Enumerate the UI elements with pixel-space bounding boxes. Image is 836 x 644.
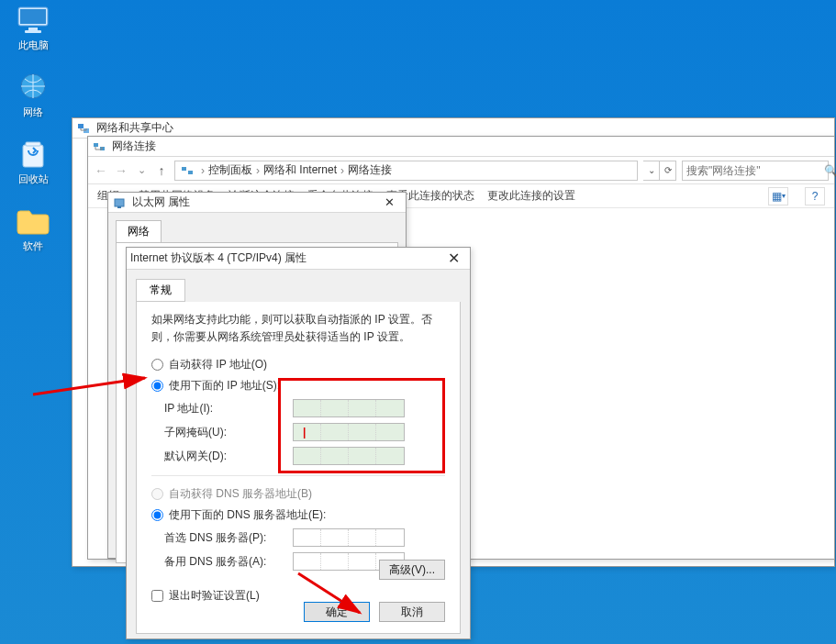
window-title: 网络连接 <box>112 139 156 154</box>
radio-auto-dns[interactable]: 自动获得 DNS 服务器地址(B) <box>151 483 445 505</box>
svg-rect-6 <box>26 142 40 146</box>
tab-general[interactable]: 常规 <box>136 279 185 302</box>
desktop-icon-network[interactable]: 网络 <box>0 71 66 119</box>
desktop: 此电脑 网络 回收站 软件 <box>0 0 73 272</box>
nav-up-icon[interactable]: ↑ <box>154 163 169 178</box>
window-title: 以太网 属性 <box>132 194 190 210</box>
breadcrumb-dropdown-icon[interactable]: ⌄ <box>643 161 660 181</box>
input-preferred-dns[interactable] <box>293 528 405 547</box>
separator: › <box>337 164 348 177</box>
input-ip-address[interactable] <box>293 399 405 417</box>
titlebar[interactable]: Internet 协议版本 4 (TCP/IPv4) 属性 ✕ <box>127 248 470 270</box>
desktop-icon-label: 此电脑 <box>18 39 49 52</box>
svg-rect-13 <box>115 199 124 206</box>
nsc-icon <box>76 121 91 136</box>
folder-icon <box>15 205 51 238</box>
description-text: 如果网络支持此功能，则可以获取自动指派的 IP 设置。否则，你需要从网络系统管理… <box>151 311 445 345</box>
tab-strip: 网络 <box>108 213 406 242</box>
breadcrumb[interactable]: › 控制面板 › 网络和 Internet › 网络连接 <box>174 161 638 181</box>
radio-use-ip-input[interactable] <box>151 380 163 392</box>
cmd-change-settings[interactable]: 更改此连接的设置 <box>487 188 575 204</box>
svg-rect-7 <box>78 124 84 128</box>
svg-rect-11 <box>182 167 186 171</box>
search-box[interactable]: 🔍 <box>682 161 829 181</box>
ethernet-icon <box>112 195 127 210</box>
desktop-icon-recycle-bin[interactable]: 回收站 <box>0 138 66 186</box>
input-subnet-mask[interactable] <box>293 423 405 441</box>
close-icon[interactable]: ✕ <box>376 195 402 209</box>
breadcrumb-item[interactable]: 网络和 Internet <box>263 162 337 178</box>
nav-row: ← → ⌄ ↑ › 控制面板 › 网络和 Internet › 网络连接 ⌄ ⟳… <box>88 157 834 184</box>
radio-auto-ip[interactable]: 自动获得 IP 地址(O) <box>151 354 445 375</box>
desktop-icon-label: 网络 <box>23 105 43 119</box>
radio-auto-ip-input[interactable] <box>151 359 163 371</box>
radio-auto-dns-input <box>151 488 163 500</box>
label-gw: 默认网关(D): <box>164 449 293 464</box>
help-icon[interactable]: ? <box>805 187 825 205</box>
advanced-button[interactable]: 高级(V)... <box>379 560 445 580</box>
window-title: 网络和共享中心 <box>96 120 173 136</box>
label-mask: 子网掩码(U): <box>164 425 293 440</box>
desktop-icon-label: 软件 <box>23 239 43 253</box>
breadcrumb-icon <box>181 164 194 177</box>
desktop-icon-label: 回收站 <box>18 172 49 186</box>
refresh-icon[interactable]: ⟳ <box>660 161 676 181</box>
breadcrumb-buttons: ⌄ ⟳ <box>643 161 676 181</box>
radio-use-ip[interactable]: 使用下面的 IP 地址(S): <box>151 375 445 396</box>
input-default-gateway[interactable] <box>293 447 405 465</box>
recycle-bin-icon <box>15 138 51 171</box>
svg-rect-3 <box>25 30 41 33</box>
breadcrumb-item[interactable]: 网络连接 <box>348 162 392 178</box>
window-title: Internet 协议版本 4 (TCP/IPv4) 属性 <box>130 250 307 266</box>
svg-rect-1 <box>20 9 46 24</box>
cancel-button[interactable]: 取消 <box>379 602 445 622</box>
label-dns1: 首选 DNS 服务器(P): <box>164 530 293 546</box>
desktop-icon-this-pc[interactable]: 此电脑 <box>0 4 66 52</box>
svg-rect-12 <box>188 171 193 174</box>
titlebar[interactable]: 以太网 属性 ✕ <box>108 193 406 213</box>
ip-group: 自动获得 IP 地址(O) 使用下面的 IP 地址(S): IP 地址(I): … <box>151 354 445 476</box>
search-input[interactable] <box>686 164 824 177</box>
network-icon <box>15 71 51 104</box>
svg-rect-9 <box>94 143 98 147</box>
separator: › <box>252 164 263 177</box>
svg-rect-2 <box>28 28 38 30</box>
ok-button[interactable]: 确定 <box>304 602 370 622</box>
field-default-gateway: 默认网关(D): <box>151 444 445 468</box>
svg-rect-14 <box>117 206 121 208</box>
field-preferred-dns: 首选 DNS 服务器(P): <box>151 526 445 550</box>
desktop-icon-software[interactable]: 软件 <box>0 205 66 253</box>
view-options-icon[interactable]: ▦▾ <box>768 187 788 205</box>
tab-body: 如果网络支持此功能，则可以获取自动指派的 IP 设置。否则，你需要从网络系统管理… <box>136 302 461 634</box>
field-ip-address: IP 地址(I): <box>151 396 445 420</box>
radio-use-dns-input[interactable] <box>151 509 163 521</box>
search-icon[interactable]: 🔍 <box>824 164 836 177</box>
tab-strip: 常规 <box>127 270 470 302</box>
network-connections-icon <box>92 139 106 154</box>
separator: › <box>197 164 208 177</box>
radio-use-dns[interactable]: 使用下面的 DNS 服务器地址(E): <box>151 505 445 526</box>
field-subnet-mask: 子网掩码(U): <box>151 420 445 444</box>
nav-history-icon[interactable]: ⌄ <box>134 164 149 176</box>
checkbox-validate-input[interactable] <box>151 590 163 602</box>
label-ip: IP 地址(I): <box>164 401 293 416</box>
tab-network[interactable]: 网络 <box>116 220 162 242</box>
computer-icon <box>15 4 51 37</box>
close-icon[interactable]: ✕ <box>440 250 466 267</box>
breadcrumb-item[interactable]: 控制面板 <box>208 162 252 178</box>
titlebar[interactable]: 网络连接 <box>88 137 834 157</box>
window-ipv4-properties: Internet 协议版本 4 (TCP/IPv4) 属性 ✕ 常规 如果网络支… <box>126 247 471 639</box>
nav-back-icon[interactable]: ← <box>94 163 108 178</box>
label-dns2: 备用 DNS 服务器(A): <box>164 554 293 570</box>
nav-forward-icon[interactable]: → <box>114 163 128 178</box>
